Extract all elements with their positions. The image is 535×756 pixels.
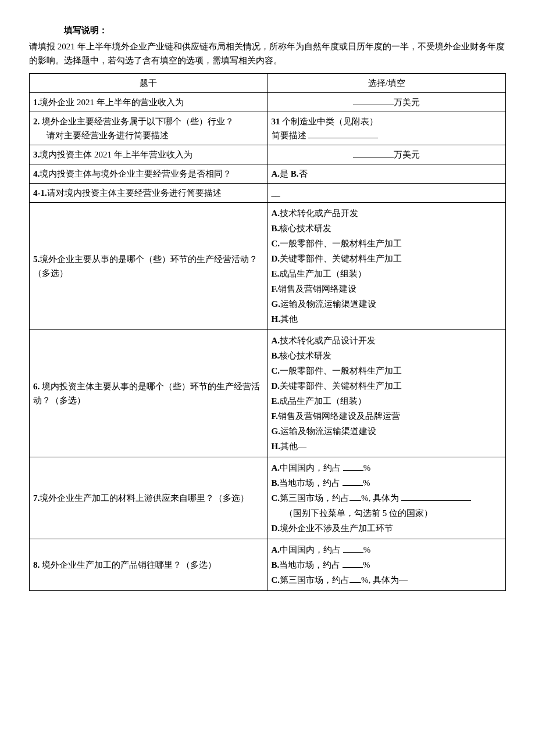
q8-C-p: C. <box>272 575 280 585</box>
q2-stem: 2. 境外企业主要经营业务属于以下哪个（些）行业？ 请对主要经营业务进行简要描述 <box>30 112 268 145</box>
q6-H[interactable]: 其他― <box>280 442 306 451</box>
table-row: 4.境内投资主体与境外企业主要经营业务是否相同？ A.是 B.否 <box>30 164 506 184</box>
q5-B-p: B. <box>272 224 280 233</box>
q6-stem: 6. 境内投资主体主要从事的是哪个（些）环节的生产经营活动？（多选） <box>30 330 268 457</box>
q4-answer[interactable]: A.是 B.否 <box>268 164 506 184</box>
q7-B-p: B. <box>272 478 280 488</box>
q6-text: 境内投资主体主要从事的是哪个（些）环节的生产经营活动？（多选） <box>33 382 260 405</box>
q7-A-pre[interactable]: 中国国内，约占 <box>280 463 343 472</box>
q7-B-blank[interactable] <box>343 476 363 486</box>
q8-C-pre[interactable]: 第三国市场，约占 <box>280 575 349 585</box>
q5-A[interactable]: 技术转化或产品开发 <box>280 209 358 218</box>
q8-C-blank[interactable] <box>349 574 361 583</box>
q8-B-pre[interactable]: 当地市场，约占 <box>279 560 343 569</box>
q1-stem: 1.境外企业 2021 年上半年的营业收入为 <box>30 93 268 112</box>
q7-text: 境外企业生产加工的材料上游供应来自哪里？（多选） <box>40 493 249 503</box>
q8-A-suf: % <box>363 545 371 554</box>
q5-stem: 5.境外企业主要从事的是哪个（些）环节的生产经营活动？（多选） <box>30 203 268 330</box>
q4-1-answer[interactable]: __ <box>268 184 506 203</box>
q4-1-text: 请对境内投资主体主要经营业务进行简要描述 <box>47 188 222 198</box>
q8-answer[interactable]: A.中国国内，约占 % B.当地市场，约占 % C.第三国市场，约占%, 具体为… <box>268 539 506 591</box>
q7-B-pre[interactable]: 当地市场，约占 <box>279 478 343 488</box>
q4-1-number: 4-1. <box>33 188 47 198</box>
header-stem: 题干 <box>30 74 268 93</box>
q5-answer[interactable]: A.技术转化或产品开发 B.核心技术研发 C.一般零部件、一般材料生产加工 D.… <box>268 203 506 330</box>
table-row: 3.境内投资主体 2021 年上半年营业收入为 万美元 <box>30 145 506 164</box>
q4-optB[interactable]: 否 <box>299 169 308 178</box>
q7-C-p: C. <box>272 493 280 503</box>
q5-H[interactable]: 其他 <box>280 314 298 324</box>
q2-desc-label: 简要描述 <box>272 131 309 140</box>
q7-A-p: A. <box>272 463 280 472</box>
q8-A-p: A. <box>272 545 280 554</box>
q8-B-suf: % <box>363 560 370 569</box>
table-header-row: 题干 选择/填空 <box>30 74 506 93</box>
q6-G[interactable]: 运输及物流运输渠道建设 <box>280 427 376 436</box>
q5-D[interactable]: 关键零部件、关键材料生产加工 <box>280 254 402 263</box>
q7-C-pre[interactable]: 第三国市场，约占 <box>280 493 349 503</box>
q8-B-blank[interactable] <box>343 558 363 568</box>
q5-F[interactable]: 销售及营销网络建设 <box>278 284 356 293</box>
table-row: 7.境外企业生产加工的材料上游供应来自哪里？（多选） A.中国国内，约占 % B… <box>30 457 506 539</box>
q6-E[interactable]: 成品生产加工（组装） <box>279 396 366 406</box>
q7-D-p: D. <box>272 524 280 533</box>
q3-answer[interactable]: 万美元 <box>268 145 506 164</box>
q1-unit: 万美元 <box>394 98 420 107</box>
q7-A-suf: % <box>363 463 371 472</box>
q3-blank[interactable] <box>353 148 394 157</box>
q1-blank[interactable] <box>353 96 394 105</box>
q4-1-stem: 4-1.请对境内投资主体主要经营业务进行简要描述 <box>30 184 268 203</box>
q4-number: 4. <box>33 169 40 178</box>
q2-desc-blank[interactable] <box>308 129 378 138</box>
q1-number: 1. <box>33 98 40 107</box>
q3-text: 境内投资主体 2021 年上半年营业收入为 <box>40 150 192 159</box>
q6-D[interactable]: 关键零部件、关键材料生产加工 <box>280 381 402 390</box>
q8-A-pre[interactable]: 中国国内，约占 <box>280 545 343 554</box>
q8-A-blank[interactable] <box>343 543 363 553</box>
q5-C-p: C. <box>272 239 280 248</box>
q6-F[interactable]: 销售及营销网络建设及品牌运营 <box>278 411 400 421</box>
q5-H-p: H. <box>272 314 280 324</box>
q5-B[interactable]: 核心技术研发 <box>279 224 331 233</box>
q5-text: 境外企业主要从事的是哪个（些）环节的生产经营活动？（多选） <box>33 255 258 278</box>
q7-C-mid: %, 具体为 <box>361 493 401 503</box>
q5-F-p: F. <box>272 284 279 293</box>
table-row: 6. 境内投资主体主要从事的是哪个（些）环节的生产经营活动？（多选） A.技术转… <box>30 330 506 457</box>
q7-C-blank2[interactable] <box>401 492 471 501</box>
table-row: 5.境外企业主要从事的是哪个（些）环节的生产经营活动？（多选） A.技术转化或产… <box>30 203 506 330</box>
q4-stem: 4.境内投资主体与境外企业主要经营业务是否相同？ <box>30 164 268 184</box>
q2-ans-rest: 个制造业中类（见附表） <box>280 117 379 126</box>
q4-optA-p: A. <box>272 169 280 178</box>
q6-A[interactable]: 技术转化或产品设计开发 <box>280 336 376 345</box>
q6-answer[interactable]: A.技术转化或产品设计开发 B.核心技术研发 C.一般零部件、一般材料生产加工 … <box>268 330 506 457</box>
q2-text2: 请对主要经营业务进行简要描述 <box>33 128 264 142</box>
q7-D[interactable]: 境外企业不涉及生产加工环节 <box>280 524 393 533</box>
document-container: 填写说明： 请填报 2021 年上半年境外企业产业链和供应链布局相关情况，所称年… <box>29 23 506 591</box>
q2-number: 2. <box>33 117 40 126</box>
q7-C-blank1[interactable] <box>349 492 361 501</box>
q4-optA[interactable]: 是 <box>280 169 291 178</box>
q2-answer[interactable]: 31 个制造业中类（见附表） 简要描述 <box>268 112 506 145</box>
header-answer: 选择/填空 <box>268 74 506 93</box>
q6-C[interactable]: 一般零部件、一般材料生产加工 <box>280 366 402 375</box>
q7-B-suf: % <box>363 478 370 488</box>
q1-answer[interactable]: 万美元 <box>268 93 506 112</box>
q6-D-p: D. <box>272 381 280 390</box>
instructions-text: 请填报 2021 年上半年境外企业产业链和供应链布局相关情况，所称年为自然年度或… <box>29 40 506 67</box>
q5-G[interactable]: 运输及物流运输渠道建设 <box>280 299 376 309</box>
q6-C-p: C. <box>272 366 280 375</box>
q7-C-note: （国别下拉菜单，勾选前 5 位的国家） <box>272 506 502 520</box>
q5-C[interactable]: 一般零部件、一般材料生产加工 <box>280 239 402 248</box>
q7-A-blank[interactable] <box>343 461 363 471</box>
q5-E[interactable]: 成品生产加工（组装） <box>279 269 366 278</box>
q7-answer[interactable]: A.中国国内，约占 % B.当地市场，约占 % C.第三国市场，约占%, 具体为… <box>268 457 506 539</box>
q4-optB-p: B. <box>291 169 299 178</box>
q8-B-p: B. <box>272 560 280 569</box>
q6-number: 6. <box>33 382 40 391</box>
q2-ans-prefix: 31 <box>272 117 280 126</box>
q3-stem: 3.境内投资主体 2021 年上半年营业收入为 <box>30 145 268 164</box>
q8-text: 境外企业生产加工的产品销往哪里？（多选） <box>40 560 216 569</box>
table-row: 8. 境外企业生产加工的产品销往哪里？（多选） A.中国国内，约占 % B.当地… <box>30 539 506 591</box>
q6-B[interactable]: 核心技术研发 <box>279 351 331 360</box>
q2-text1: 境外企业主要经营业务属于以下哪个（些）行业？ <box>40 117 234 126</box>
